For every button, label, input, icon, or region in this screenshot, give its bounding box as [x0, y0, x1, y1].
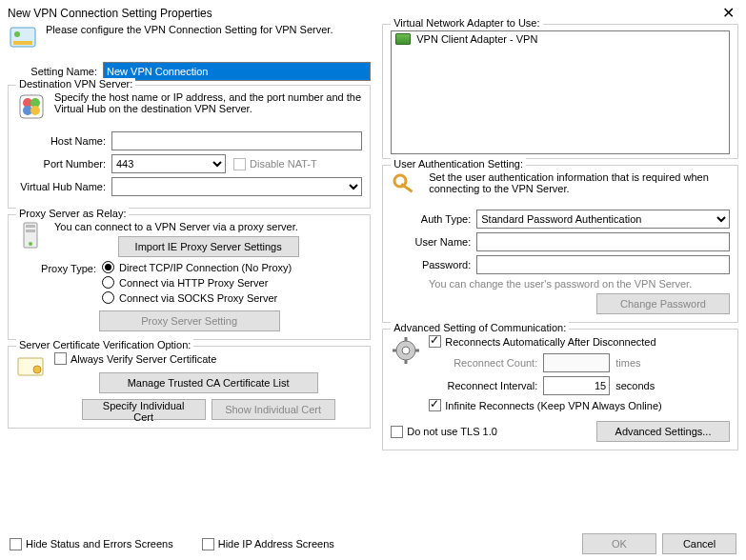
password-label: Password: — [391, 259, 476, 270]
password-input[interactable] — [476, 255, 730, 274]
ok-button: OK — [582, 533, 656, 554]
vpn-icon — [8, 24, 38, 54]
import-ie-proxy-button[interactable]: Import IE Proxy Server Settings — [118, 236, 299, 257]
svg-rect-10 — [26, 230, 35, 232]
no-tls-checkbox[interactable]: Do not use TLS 1.0 — [391, 426, 497, 438]
proxy-group: Proxy Server as Relay: You can connect t… — [8, 214, 371, 340]
svg-rect-9 — [26, 225, 35, 228]
auth-desc: Set the user authentication information … — [429, 171, 730, 194]
advanced-group: Advanced Setting of Communication: Recon… — [382, 329, 738, 450]
reconnect-auto-checkbox[interactable]: Reconnects Automatically After Disconnec… — [429, 335, 730, 348]
hide-ip-checkbox[interactable]: Hide IP Address Screens — [202, 538, 334, 550]
intro-text: Please configure the VPN Connection Sett… — [46, 24, 333, 35]
auth-type-select[interactable]: Standard Password Authentication — [476, 210, 730, 229]
svg-rect-3 — [20, 95, 43, 118]
host-name-input[interactable] — [111, 131, 362, 150]
proxy-direct-radio[interactable]: Direct TCP/IP Connection (No Proxy) — [102, 261, 292, 273]
setting-name-input[interactable] — [103, 62, 371, 81]
show-cert-button: Show Individual Cert — [212, 399, 335, 420]
gear-icon — [391, 335, 421, 366]
specify-cert-button[interactable]: Specify Individual Cert — [82, 399, 206, 420]
window-title: New VPN Connection Setting Properties — [8, 7, 212, 20]
hide-status-checkbox[interactable]: Hide Status and Errors Screens — [10, 538, 173, 550]
change-password-button: Change Password — [596, 293, 730, 314]
proxy-icon — [16, 221, 47, 251]
virtual-hub-label: Virtual Hub Name: — [16, 181, 111, 192]
infinite-reconnect-checkbox[interactable]: Infinite Reconnects (Keep VPN Always Onl… — [429, 399, 730, 411]
server-icon — [16, 91, 47, 122]
keys-icon — [391, 171, 421, 202]
manage-ca-button[interactable]: Manage Trusted CA Certificate List — [99, 372, 318, 393]
proxy-desc: You can connect to a VPN Server via a pr… — [54, 221, 362, 232]
user-name-input[interactable] — [476, 232, 730, 251]
svg-point-11 — [29, 242, 32, 246]
auth-group: User Authentication Setting: Set the use… — [382, 165, 738, 323]
reconnect-count-unit: times — [615, 357, 640, 369]
reconnect-count-label: Reconnect Count: — [429, 357, 543, 369]
auth-type-label: Auth Type: — [391, 213, 476, 225]
reconnect-interval-input[interactable] — [543, 376, 610, 395]
advanced-settings-button[interactable]: Advanced Settings... — [596, 421, 730, 442]
password-hint: You can change the user's password on th… — [391, 278, 730, 290]
setting-name-label: Setting Name: — [8, 66, 103, 77]
proxy-server-setting-button: Proxy Server Setting — [99, 310, 280, 331]
port-number-select[interactable]: 443 — [111, 154, 226, 173]
svg-rect-1 — [13, 41, 32, 45]
svg-point-13 — [33, 366, 41, 373]
auth-legend: User Authentication Setting: — [391, 158, 526, 170]
cert-legend: Server Certificate Verification Option: — [16, 339, 193, 350]
virtual-hub-select[interactable] — [111, 177, 362, 196]
cert-group: Server Certificate Verification Option: … — [8, 346, 371, 429]
disable-nat-checkbox: Disable NAT-T — [233, 158, 317, 170]
close-icon[interactable]: ✕ — [718, 4, 738, 22]
cancel-button[interactable]: Cancel — [662, 533, 736, 554]
destination-desc: Specify the host name or IP address, and… — [54, 91, 362, 114]
adapter-list-item[interactable]: VPN Client Adapter - VPN — [392, 31, 729, 47]
user-name-label: User Name: — [391, 236, 476, 248]
adapter-group: Virtual Network Adapter to Use: VPN Clie… — [382, 24, 738, 159]
proxy-socks-radio[interactable]: Connect via SOCKS Proxy Server — [102, 291, 292, 304]
proxy-http-radio[interactable]: Connect via HTTP Proxy Server — [102, 276, 292, 289]
nic-icon — [395, 33, 411, 45]
port-number-label: Port Number: — [16, 158, 111, 170]
svg-point-2 — [14, 31, 20, 37]
proxy-legend: Proxy Server as Relay: — [16, 208, 129, 219]
reconnect-interval-label: Reconnect Interval: — [429, 380, 543, 391]
adapter-legend: Virtual Network Adapter to Use: — [391, 17, 542, 29]
certificate-icon — [16, 352, 47, 383]
always-verify-checkbox[interactable]: Always Verify Server Certificate — [54, 352, 362, 365]
svg-point-17 — [402, 347, 410, 354]
svg-point-7 — [30, 106, 40, 115]
reconnect-count-input — [543, 353, 610, 372]
adapter-listbox[interactable]: VPN Client Adapter - VPN — [391, 30, 730, 154]
reconnect-interval-unit: seconds — [615, 380, 655, 391]
proxy-type-label: Proxy Type: — [16, 261, 102, 274]
host-name-label: Host Name: — [16, 135, 111, 147]
destination-group: Destination VPN Server: Specify the host… — [8, 85, 371, 209]
svg-rect-15 — [401, 183, 413, 192]
destination-legend: Destination VPN Server: — [16, 78, 135, 90]
advanced-legend: Advanced Setting of Communication: — [391, 322, 569, 333]
